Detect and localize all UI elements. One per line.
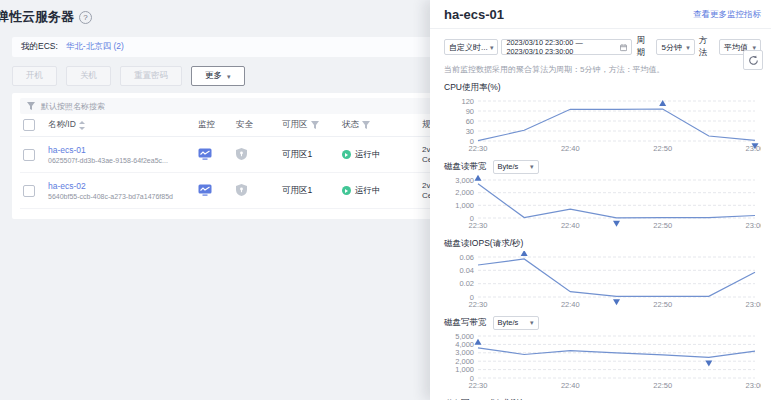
svg-text:5,000: 5,000 <box>455 332 474 341</box>
svg-text:30: 30 <box>466 127 474 136</box>
chart-disk-write-bandwidth: 磁盘写带宽 Byte/s ▾ 01,0002,0003,0004,0005,00… <box>444 315 761 391</box>
col-header-status[interactable]: 状态 <box>342 119 422 131</box>
svg-text:1,000: 1,000 <box>455 201 474 210</box>
instance-id: 5640bf55-ccb-408c-a273-bd7a1476f85d <box>48 193 173 200</box>
svg-text:3,000: 3,000 <box>455 176 474 185</box>
unit-select[interactable]: Byte/s ▾ <box>493 316 539 330</box>
select-all-checkbox[interactable] <box>23 119 35 131</box>
panel-header: ha-ecs-01 查看更多监控指标 <box>444 7 761 22</box>
svg-text:2,000: 2,000 <box>455 188 474 197</box>
status-badge: 运行中 <box>355 149 381 161</box>
svg-text:22:30: 22:30 <box>469 381 488 390</box>
svg-text:23:00: 23:00 <box>746 300 761 309</box>
region-prefix: 我的ECS: <box>21 41 58 53</box>
svg-text:22:50: 22:50 <box>653 221 672 230</box>
instance-id: 0625507f-dd3b-43ae-9158-64f2ea5c... <box>48 157 168 164</box>
chart-title: 磁盘写带宽 <box>444 317 487 329</box>
row-checkbox[interactable] <box>23 185 35 197</box>
security-shield-icon[interactable] <box>236 148 247 160</box>
chart-title: 磁盘读带宽 <box>444 161 487 173</box>
chevron-down-icon: ▾ <box>490 44 494 51</box>
region-link[interactable]: 华北-北京四 (2) <box>66 41 124 53</box>
instance-name-link[interactable]: ha-ecs-01 <box>48 145 198 155</box>
az-cell: 可用区1 <box>282 149 342 161</box>
unit-select[interactable]: Byte/s ▾ <box>493 160 539 174</box>
method-label: 方法 <box>698 35 716 59</box>
refresh-button[interactable] <box>743 50 763 70</box>
svg-text:0.02: 0.02 <box>459 279 474 288</box>
funnel-icon <box>27 102 35 110</box>
panel-title: ha-ecs-01 <box>444 7 504 22</box>
svg-text:60: 60 <box>466 117 474 126</box>
name-cell: ha-ecs-02 5640bf55-ccb-408c-a273-bd7a147… <box>48 181 198 201</box>
status-cell: 运行中 <box>342 149 422 161</box>
power-off-button[interactable]: 关机 <box>66 66 111 86</box>
disk-write-bandwidth-line-chart[interactable]: 01,0002,0003,0004,0005,00022:3022:4022:5… <box>444 330 761 391</box>
filter-funnel-icon[interactable] <box>362 121 370 129</box>
aggregation-hint: 当前监控数据采用的聚合算法为周期：5分钟，方法：平均值。 <box>444 64 761 75</box>
chevron-down-icon: ▾ <box>227 73 231 80</box>
chart-disk-read-bandwidth: 磁盘读带宽 Byte/s ▾ 01,0002,0003,00022:3022:4… <box>444 159 761 231</box>
security-shield-icon[interactable] <box>236 184 247 196</box>
chevron-down-icon: ▾ <box>686 44 690 51</box>
col-header-name[interactable]: 名称/ID <box>48 119 198 131</box>
status-cell: 运行中 <box>342 185 422 197</box>
az-cell: 可用区1 <box>282 185 342 197</box>
svg-text:3,000: 3,000 <box>455 348 474 357</box>
view-more-metrics-link[interactable]: 查看更多监控指标 <box>693 9 761 21</box>
monitor-cell[interactable] <box>198 184 236 198</box>
monitoring-icon[interactable] <box>198 184 212 196</box>
time-range-select[interactable]: 自定义时... ▾ <box>444 39 498 55</box>
row-checkbox[interactable] <box>23 149 35 161</box>
disk-read-iops-line-chart[interactable]: 00.020.040.0622:3022:4022:5023:00 <box>444 251 761 310</box>
chart-title: CPU使用率(%) <box>444 82 501 94</box>
power-on-button[interactable]: 开机 <box>12 66 57 86</box>
svg-text:22:40: 22:40 <box>561 300 580 309</box>
page-title: 弹性云服务器 <box>0 8 74 26</box>
svg-text:23:00: 23:00 <box>746 381 761 390</box>
svg-text:23:00: 23:00 <box>746 144 761 153</box>
date-range-input[interactable]: 2023/03/10 22:30:00 — 2023/03/10 23:30:0… <box>501 39 632 55</box>
svg-text:22:40: 22:40 <box>561 381 580 390</box>
instance-name-link[interactable]: ha-ecs-02 <box>48 181 198 191</box>
disk-read-bandwidth-line-chart[interactable]: 01,0002,0003,00022:3022:4022:5023:00 <box>444 174 761 231</box>
svg-text:2,000: 2,000 <box>455 357 474 366</box>
refresh-icon <box>748 55 759 66</box>
cpu-usage-line-chart[interactable]: 030609012022:3022:4022:5023:00 <box>444 95 761 154</box>
filter-placeholder: 默认按照名称搜索 <box>41 101 105 112</box>
monitoring-icon[interactable] <box>198 148 212 160</box>
chart-disk-read-iops: 磁盘读IOPS(请求/秒) 00.020.040.0622:3022:4022:… <box>444 236 761 310</box>
col-header-security: 安全 <box>236 119 282 131</box>
svg-text:120: 120 <box>461 97 474 106</box>
svg-text:1,000: 1,000 <box>455 365 474 374</box>
running-status-icon <box>342 186 351 195</box>
status-badge: 运行中 <box>355 185 381 197</box>
running-status-icon <box>342 150 351 159</box>
chevron-down-icon: ▾ <box>530 163 534 170</box>
svg-text:22:30: 22:30 <box>469 300 488 309</box>
svg-text:22:30: 22:30 <box>469 144 488 153</box>
col-header-az[interactable]: 可用区 <box>282 119 342 131</box>
help-icon[interactable]: ? <box>79 11 92 24</box>
chart-controls: 自定义时... ▾ 2023/03/10 22:30:00 — 2023/03/… <box>444 35 761 59</box>
period-label: 周期 <box>635 35 653 59</box>
name-cell: ha-ecs-01 0625507f-dd3b-43ae-9158-64f2ea… <box>48 145 198 165</box>
svg-text:90: 90 <box>466 107 474 116</box>
divider <box>430 28 771 29</box>
svg-text:22:50: 22:50 <box>653 144 672 153</box>
sort-icon[interactable] <box>79 121 85 130</box>
monitoring-panel: ha-ecs-01 查看更多监控指标 自定义时... ▾ 2023/03/10 … <box>430 0 771 400</box>
filter-funnel-icon[interactable] <box>311 121 319 129</box>
chart-cpu-usage: CPU使用率(%) 030609012022:3022:4022:5023:00 <box>444 80 761 154</box>
svg-text:22:40: 22:40 <box>561 221 580 230</box>
monitor-cell[interactable] <box>198 148 236 162</box>
reset-password-button[interactable]: 重置密码 <box>120 66 182 86</box>
svg-text:0.06: 0.06 <box>459 253 474 262</box>
security-cell[interactable] <box>236 148 282 162</box>
svg-text:22:30: 22:30 <box>469 221 488 230</box>
period-select[interactable]: 5分钟 ▾ <box>656 39 694 55</box>
security-cell[interactable] <box>236 184 282 198</box>
chevron-down-icon: ▾ <box>530 319 534 326</box>
more-button[interactable]: 更多 ▾ <box>191 66 245 86</box>
chart-disk-write-iops: 磁盘写IOPS(请求/秒) 00.20.40.60.822:3022:4022:… <box>444 396 761 400</box>
